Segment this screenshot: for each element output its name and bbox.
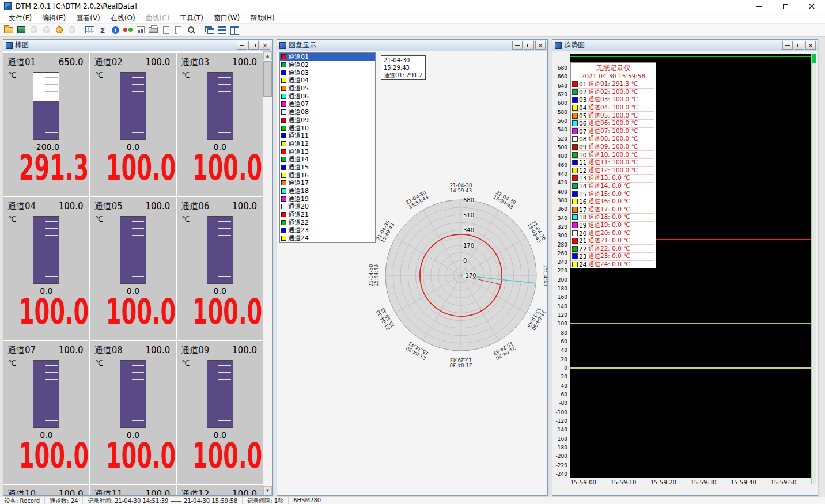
record-status-button[interactable] xyxy=(122,24,134,36)
channel-unit: ℃ xyxy=(181,215,190,223)
info-icon: i xyxy=(112,26,119,34)
legend-channel-value: 通道17: 0.0 ℃ xyxy=(588,206,630,214)
menu-item-7[interactable]: 窗口(W) xyxy=(209,13,245,23)
tile-horizontal-button[interactable] xyxy=(215,24,228,36)
menu-item-6[interactable]: 工具(T) xyxy=(175,13,209,23)
channel-list-item-11[interactable]: 通道11 xyxy=(280,132,375,140)
window-close-button[interactable] xyxy=(798,0,825,13)
channel-max-value: 100.0 xyxy=(232,57,257,67)
channel-color-swatch xyxy=(281,101,286,107)
trend-window-minimize-button[interactable] xyxy=(782,41,793,50)
legend-color-swatch xyxy=(572,214,578,220)
bar-window-title: 棒图 xyxy=(15,40,236,50)
trend-window-restore-button[interactable] xyxy=(794,41,804,50)
window-maximize-button[interactable] xyxy=(772,0,798,13)
dial-window-titlebar[interactable]: 圆盘显示 xyxy=(277,40,547,51)
legend-channel-number: 10 xyxy=(579,151,588,158)
channel-value: 100.0 xyxy=(19,294,74,329)
menu-item-4[interactable]: 在线(O) xyxy=(105,13,141,23)
bar-cell: 通道03100.0℃0.0100.0 xyxy=(177,53,263,196)
bar-window-minimize-button[interactable] xyxy=(237,41,247,50)
scroll-thumb[interactable] xyxy=(263,61,272,97)
legend-channel-value: 通道21: 0.0 ℃ xyxy=(588,237,630,245)
trend-scrollbar[interactable] xyxy=(811,54,816,484)
channel-max-value: 100.0 xyxy=(145,201,170,211)
mini-chart-button[interactable] xyxy=(134,24,147,36)
data-table-button[interactable] xyxy=(84,24,96,36)
channel-label: 通道07 xyxy=(7,345,36,356)
data-table-icon xyxy=(85,26,94,33)
dial-window-minimize-button[interactable] xyxy=(512,41,523,50)
y-axis-label: 500 xyxy=(558,145,567,150)
menu-item-8[interactable]: 帮助(H) xyxy=(245,13,279,23)
pause-button[interactable] xyxy=(40,24,53,36)
channel-color-swatch xyxy=(281,118,286,123)
y-axis-label: 560 xyxy=(558,118,567,124)
y-axis-label: 180 xyxy=(558,286,567,291)
channel-list-item-06[interactable]: 通道06 xyxy=(280,92,375,100)
channel-list-item-08[interactable]: 通道08 xyxy=(280,108,375,116)
menu-item-3[interactable]: 查看(V) xyxy=(71,13,105,23)
dial-time-label: 21-04-3015:24:43 xyxy=(492,340,517,361)
channel-list-item-05[interactable]: 通道05 xyxy=(280,85,375,93)
channel-unit: ℃ xyxy=(95,215,104,223)
bar-window-titlebar[interactable]: 棒图 xyxy=(3,40,272,51)
y-axis-label: 400 xyxy=(558,189,567,195)
print-button[interactable] xyxy=(147,24,160,36)
y-axis-label: 160 xyxy=(558,294,567,300)
gauge-fill-ticks xyxy=(218,73,231,139)
channel-list-item-09[interactable]: 通道09 xyxy=(280,116,375,124)
save-data-button[interactable] xyxy=(15,24,28,36)
legend-channel-number: 09 xyxy=(579,143,588,150)
zoom-button[interactable] xyxy=(185,24,198,36)
legend-channel-number: 11 xyxy=(579,159,588,166)
open-file-button[interactable] xyxy=(2,24,15,36)
dial-radial-label: 170 xyxy=(463,242,474,249)
channel-list-item-13[interactable]: 通道13 xyxy=(280,147,375,156)
legend-row-23: 23通道23: 0.0 ℃ xyxy=(572,253,654,261)
tooltip-line: 15:29:43 xyxy=(384,64,423,71)
dial-window-restore-button[interactable] xyxy=(524,41,534,50)
y-axis-label: 660 xyxy=(558,74,567,79)
trend-window-close-button[interactable] xyxy=(805,41,816,50)
bar-window-close-button[interactable] xyxy=(260,41,270,50)
legend-channel-number: 02 xyxy=(579,89,588,96)
menu-item-1[interactable]: 文件(F) xyxy=(3,13,37,23)
print-preview-button[interactable] xyxy=(160,24,172,36)
channel-list-item-02[interactable]: 通道02 xyxy=(280,61,375,69)
channel-list-item-12[interactable]: 通道12 xyxy=(280,140,375,148)
gauge-fill xyxy=(207,217,233,283)
legend-channel-value: 通道08: 100.0 ℃ xyxy=(588,135,638,143)
channel-list-item-10[interactable]: 通道10 xyxy=(280,124,375,132)
channel-list-item-03[interactable]: 通道03 xyxy=(280,69,375,77)
gauge-fill-ticks xyxy=(45,361,58,427)
channel-list-item-07[interactable]: 通道07 xyxy=(280,100,375,108)
scroll-down-button[interactable] xyxy=(263,486,272,495)
menu-item-2[interactable]: 编辑(E) xyxy=(37,13,71,23)
tile-vertical-button[interactable] xyxy=(228,24,241,36)
dial-window-close-button[interactable] xyxy=(535,41,546,50)
bar-scrollbar[interactable] xyxy=(263,51,272,495)
stop-button[interactable] xyxy=(28,24,40,36)
channel-list-item-04[interactable]: 通道04 xyxy=(280,77,375,85)
info-button[interactable]: i xyxy=(109,24,122,36)
menu-item-5[interactable]: 曲线(C) xyxy=(141,13,175,23)
channel-list-item-01[interactable]: 通道01 xyxy=(280,53,375,61)
trend-scroll-thumb[interactable] xyxy=(812,54,816,63)
trend-window-titlebar[interactable]: 趋势图 xyxy=(552,40,818,51)
cascade-windows-button[interactable] xyxy=(203,24,215,36)
timer-button[interactable] xyxy=(53,24,66,36)
y-axis-label: 540 xyxy=(558,127,567,132)
dial-time-label: 21-04-3015:29:43 xyxy=(450,357,472,368)
scroll-up-button[interactable] xyxy=(263,51,272,60)
bar-cell: 通道09100.0℃0.0100.0 xyxy=(177,341,263,484)
copy-button[interactable] xyxy=(172,24,185,36)
statistics-button[interactable]: Σ xyxy=(96,24,109,36)
window-minimize-button[interactable] xyxy=(745,0,772,13)
refresh-button[interactable] xyxy=(66,24,78,36)
trend-chart-window: 趋势图 680660640620600580560540520500480460… xyxy=(552,39,818,496)
bar-window-restore-button[interactable] xyxy=(248,41,259,50)
channel-max-value: 650.0 xyxy=(59,57,84,67)
x-axis-label: 15:59:20 xyxy=(650,479,676,486)
legend-row-16: 16通道16: 0.0 ℃ xyxy=(572,198,654,206)
